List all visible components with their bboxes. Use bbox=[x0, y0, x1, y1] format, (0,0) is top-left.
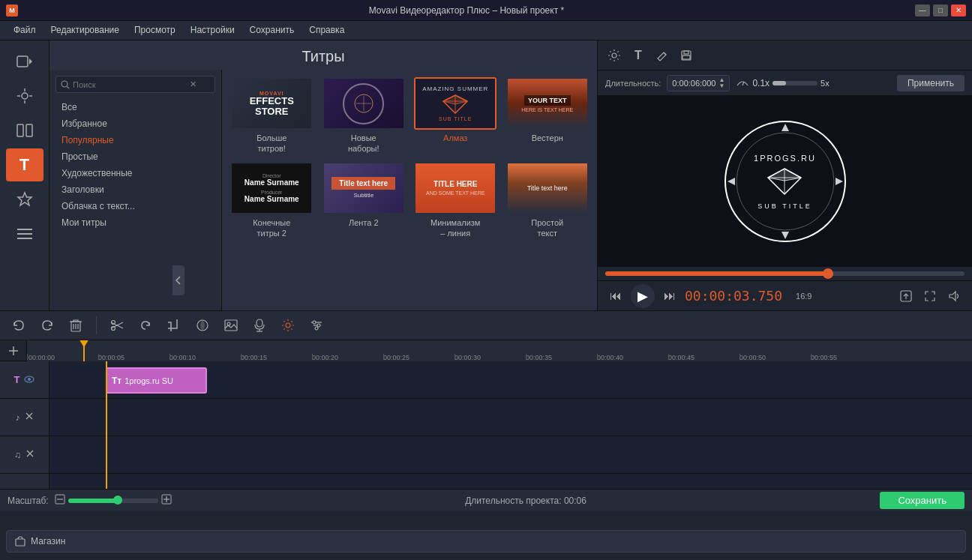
filter-bubbles[interactable]: Облачка с текст... bbox=[56, 198, 215, 214]
svg-point-57 bbox=[286, 323, 290, 328]
svg-marker-31 bbox=[782, 124, 789, 131]
scale-decrease-button[interactable] bbox=[55, 494, 65, 507]
menu-settings[interactable]: Настройки bbox=[183, 23, 242, 37]
preview-settings-icon[interactable] bbox=[605, 46, 623, 64]
redo-button[interactable] bbox=[36, 314, 58, 337]
filter-all[interactable]: Все bbox=[56, 99, 215, 115]
svg-marker-33 bbox=[728, 178, 735, 185]
svg-rect-26 bbox=[684, 51, 688, 54]
thumb-almaz[interactable]: AMAZING SUMMER SUB TITLE Алмаз bbox=[413, 77, 498, 154]
play-button[interactable]: ▶ bbox=[631, 284, 655, 308]
thumb-end-titles[interactable]: Director Name Surname Producer Name Surn… bbox=[230, 162, 314, 239]
panel-collapse-button[interactable] bbox=[172, 265, 184, 295]
title-clip[interactable]: Tт 1progs.ru SU bbox=[106, 367, 207, 394]
menu-save[interactable]: Сохранить bbox=[242, 23, 302, 37]
progress-bar-container[interactable] bbox=[598, 267, 972, 280]
thumb-simple-text[interactable]: Title text here Простойтекст bbox=[506, 162, 590, 239]
skip-forward-button[interactable]: ⏭ bbox=[659, 286, 680, 307]
search-clear-button[interactable]: ✕ bbox=[190, 79, 196, 89]
menu-file[interactable]: Файл bbox=[6, 23, 44, 37]
volume-button[interactable] bbox=[944, 286, 964, 307]
duration-total: Длительность проекта: 00:06 bbox=[465, 496, 586, 506]
audio-track-visibility-button[interactable] bbox=[25, 412, 34, 423]
color-button[interactable] bbox=[191, 314, 214, 337]
menu-edit[interactable]: Редактирование bbox=[44, 23, 127, 37]
titles-tool-button[interactable]: T bbox=[6, 148, 44, 181]
svg-point-54 bbox=[227, 322, 230, 325]
window-controls: — □ ✕ bbox=[915, 4, 966, 16]
preview-text-icon[interactable]: T bbox=[629, 46, 647, 64]
speed-bar[interactable] bbox=[772, 81, 818, 85]
scale-track[interactable] bbox=[68, 499, 158, 503]
filter-headings[interactable]: Заголовки bbox=[56, 181, 215, 198]
settings-button[interactable] bbox=[277, 314, 299, 337]
effects-tool-button[interactable] bbox=[6, 79, 44, 112]
filter-artistic[interactable]: Художественные bbox=[56, 165, 215, 181]
text-track-visibility-button[interactable] bbox=[24, 375, 34, 385]
thumb-effects-store[interactable]: MOVAVI EFFECTS STORE Большетитров! bbox=[230, 77, 314, 154]
tracks-content: Tт 1progs.ru SU bbox=[50, 361, 972, 489]
more-tool-button[interactable] bbox=[6, 217, 44, 250]
filter-mine[interactable]: Мои титры bbox=[56, 214, 215, 231]
search-input[interactable] bbox=[73, 80, 190, 89]
filter-simple[interactable]: Простые bbox=[56, 148, 215, 165]
title-clip-text: 1progs.ru SU bbox=[124, 376, 173, 385]
crop-button[interactable] bbox=[163, 314, 185, 337]
thumb-end-titles-label: Конечныетитры 2 bbox=[253, 217, 290, 239]
export-button[interactable] bbox=[896, 286, 916, 307]
fullscreen-button[interactable] bbox=[920, 286, 940, 307]
scale-increase-button[interactable] bbox=[161, 494, 172, 507]
apply-button[interactable]: Применить bbox=[897, 75, 964, 91]
thumb-new-sets[interactable]: Новыенаборы! bbox=[322, 77, 406, 154]
timeline-ruler[interactable]: 00:00:00 00:00:05 00:00:10 00:00:15 00:0… bbox=[27, 340, 972, 361]
preview-edit-icon[interactable] bbox=[653, 46, 671, 64]
undo-button[interactable] bbox=[8, 314, 30, 337]
speed-icon bbox=[736, 76, 749, 89]
app-icon: M bbox=[6, 4, 18, 16]
thumb-ribbon[interactable]: Title text here Subtitle Лента 2 bbox=[322, 162, 406, 239]
cut-button[interactable] bbox=[106, 314, 128, 337]
image-button[interactable] bbox=[220, 314, 242, 337]
audio-button[interactable] bbox=[248, 314, 271, 337]
filters-button[interactable] bbox=[305, 314, 328, 337]
save-button[interactable]: Сохранить bbox=[880, 492, 964, 509]
progress-thumb[interactable] bbox=[823, 268, 833, 279]
music-track-row bbox=[50, 436, 972, 474]
thumbnails-grid: MOVAVI EFFECTS STORE Большетитров! bbox=[222, 70, 597, 310]
delete-button[interactable] bbox=[64, 314, 87, 337]
transitions-tool-button[interactable] bbox=[6, 114, 44, 147]
menu-help[interactable]: Справка bbox=[302, 23, 352, 37]
speed-label: 0.1x bbox=[752, 78, 770, 88]
thumb-minimalism[interactable]: TITLE HERE AND SOME TEXT HERE Минимализм… bbox=[413, 162, 498, 239]
timeline-add-button[interactable] bbox=[0, 340, 27, 361]
shop-button[interactable]: Магазин bbox=[6, 530, 966, 553]
timecode-display: 00:00:03.750 bbox=[685, 288, 782, 304]
video-tool-button[interactable] bbox=[6, 45, 44, 78]
menu-view[interactable]: Просмотр bbox=[127, 23, 183, 37]
text-track-icon: T bbox=[14, 374, 20, 385]
close-button[interactable]: ✕ bbox=[951, 4, 966, 16]
shop-button-label: Магазин bbox=[31, 536, 65, 547]
svg-point-23 bbox=[612, 53, 616, 58]
stickers-tool-button[interactable] bbox=[6, 183, 44, 216]
timeline-header: 00:00:00 00:00:05 00:00:10 00:00:15 00:0… bbox=[0, 340, 972, 361]
svg-marker-41 bbox=[950, 292, 956, 301]
filter-favorites[interactable]: Избранное bbox=[56, 115, 215, 132]
track-controls: T ♪ ♫ bbox=[0, 361, 50, 489]
skip-back-button[interactable]: ⏮ bbox=[605, 286, 626, 307]
maximize-button[interactable]: □ bbox=[933, 4, 948, 16]
editing-toolbar bbox=[0, 310, 972, 340]
video-track-visibility-button[interactable] bbox=[26, 449, 34, 460]
panel-title: Титры bbox=[50, 40, 597, 70]
progress-bar[interactable] bbox=[605, 271, 964, 276]
minimize-button[interactable]: — bbox=[915, 4, 930, 16]
filter-popular[interactable]: Популярные bbox=[56, 132, 215, 148]
filter-panel: ✕ Все Избранное Популярные Простые Худож… bbox=[50, 70, 222, 310]
duration-value[interactable]: 0:00:06:000 ▲ ▼ bbox=[667, 75, 730, 91]
thumb-western[interactable]: YOUR TEXT HERE IS TEXT HERE Вестерн bbox=[506, 77, 590, 154]
preview-save-icon[interactable] bbox=[677, 46, 695, 64]
scale-thumb[interactable] bbox=[113, 496, 122, 505]
rotate-button[interactable] bbox=[134, 314, 157, 337]
scale-label: Масштаб: bbox=[8, 496, 49, 506]
title-bar: M Movavi Видеоредактор Плюс – Новый прое… bbox=[0, 0, 972, 21]
